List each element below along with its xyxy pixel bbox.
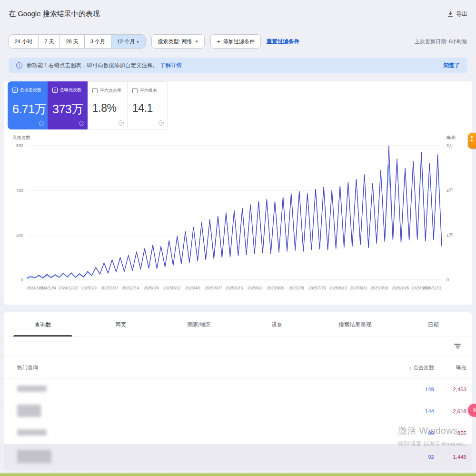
metric-checkbox[interactable]: [92, 88, 98, 93]
metric-value: 1.8%: [92, 102, 116, 115]
learn-more-link[interactable]: 了解详情: [160, 62, 182, 69]
x-tick-label: 2025/2/14: [122, 286, 139, 290]
table-row[interactable]: 921,445: [4, 444, 472, 470]
x-tick-label: 2025/4/9: [185, 286, 200, 290]
sort-desc-icon: ↓: [409, 365, 412, 370]
page-header: 在 Google 搜索结果中的表现 导出: [0, 0, 476, 26]
x-tick-label: 2025/6/2: [248, 286, 263, 290]
metric-checkbox[interactable]: [132, 88, 138, 93]
table-row[interactable]: 1492,453: [4, 378, 472, 400]
date-range-button-3[interactable]: 3 个月: [84, 34, 111, 49]
x-tick-label: 2025/5/15: [226, 286, 243, 290]
performance-chart[interactable]: 020040060001万2万3万点击次数曝光2024/11/162024/12…: [4, 129, 472, 303]
chevron-down-icon: ▼: [195, 40, 199, 44]
table-row[interactable]: 99855: [4, 422, 472, 444]
x-tick-label: 2025/6/20: [267, 286, 285, 290]
metric-value: 14.1: [132, 102, 153, 115]
last-updated-text: 上次更新日期: 6小时前: [415, 38, 467, 45]
tab-2[interactable]: 国家/地区: [160, 312, 238, 337]
help-icon[interactable]: ?: [79, 121, 84, 126]
add-filter-label: 添加过滤条件: [223, 38, 255, 45]
metric-label: 平均点击率: [100, 88, 121, 93]
plus-icon: +: [217, 38, 220, 45]
tab-3[interactable]: 设备: [238, 312, 316, 337]
row-impressions-value: 855: [434, 430, 466, 436]
performance-card: ✓总点击次数6.71万?✓总曝光次数373万?平均点击率1.8%?平均排名14.…: [4, 81, 472, 305]
redacted-query-text: [17, 386, 47, 392]
download-icon: [447, 11, 453, 17]
help-icon[interactable]: ?: [39, 121, 44, 126]
tab-4[interactable]: 搜索结果呈现: [316, 312, 394, 337]
y-right-tick-label: 3万: [446, 143, 453, 148]
chevron-down-icon: ▼: [135, 40, 139, 44]
x-tick-label: 2025/8/31: [350, 286, 367, 290]
banner-text: 新功能！右键点击图表，即可向数据添加自定义注释。: [27, 62, 158, 69]
date-range-button-0[interactable]: 24 小时: [9, 34, 38, 49]
x-tick-label: 2024/12/22: [59, 286, 78, 290]
x-tick-label: 2025/8/13: [329, 286, 347, 290]
y-left-tick-label: 200: [16, 233, 23, 238]
metric-label: 总点击次数: [20, 88, 41, 93]
redacted-query-text: [17, 429, 47, 436]
row-impressions-value: 2,453: [434, 387, 466, 392]
column-header-query[interactable]: 热门查询: [17, 364, 372, 371]
tab-5[interactable]: 日期: [394, 312, 472, 337]
table-toolbar: [4, 337, 472, 357]
search-type-dropdown[interactable]: 搜索类型: 网络 ▼: [151, 34, 205, 49]
metric-value: 373万: [52, 101, 83, 117]
date-range-segmented-control: 24 小时7 天28 天3 个月12 个月 ▼: [9, 34, 146, 49]
page-title: 在 Google 搜索结果中的表现: [9, 10, 100, 19]
reset-filters-link[interactable]: 重置过滤条件: [267, 38, 299, 45]
x-tick-label: 2025/1/27: [101, 286, 119, 290]
y-left-tick-label: 0: [21, 278, 23, 282]
help-icon[interactable]: ?: [159, 120, 164, 126]
metric-tile-1[interactable]: ✓总曝光次数373万?: [48, 81, 88, 129]
date-range-button-2[interactable]: 28 天: [60, 34, 84, 49]
metric-label: 平均排名: [140, 88, 157, 93]
column-header-impressions[interactable]: 曝光: [434, 364, 466, 371]
tab-0[interactable]: 查询数: [4, 312, 82, 337]
row-impressions-value: 1,445: [434, 454, 466, 460]
row-clicks-value: 144: [372, 408, 434, 414]
y-left-tick-label: 400: [16, 188, 23, 193]
row-clicks-value: 92: [372, 454, 434, 460]
x-tick-label: 2025/1/9: [81, 286, 97, 290]
x-tick-label: 2025/4/27: [205, 286, 222, 290]
date-range-button-1[interactable]: 7 天: [38, 34, 60, 49]
export-button[interactable]: 导出: [447, 10, 467, 18]
y-right-tick-label: 0: [446, 278, 449, 282]
row-clicks-value: 99: [372, 430, 434, 436]
help-icon[interactable]: ?: [119, 120, 124, 126]
series-line-曝光: [27, 146, 442, 278]
column-header-clicks[interactable]: ↓点击次数: [372, 364, 434, 371]
dimension-tabs: 查询数网页国家/地区设备搜索结果呈现日期: [4, 312, 472, 337]
floating-extension-badge-orange[interactable]: [468, 133, 476, 149]
add-filter-button[interactable]: + 添加过滤条件: [210, 34, 261, 49]
metric-checkbox[interactable]: ✓: [12, 88, 18, 93]
row-clicks-value: 149: [372, 387, 434, 392]
metric-checkbox[interactable]: ✓: [52, 88, 58, 93]
export-label: 导出: [456, 10, 467, 18]
series-line-点击次数: [27, 158, 442, 279]
search-type-label: 搜索类型: 网络: [158, 38, 192, 45]
y-left-axis-title: 点击次数: [12, 135, 31, 140]
metric-tile-0[interactable]: ✓总点击次数6.71万?: [8, 81, 48, 129]
y-left-tick-label: 600: [16, 143, 23, 148]
filter-icon[interactable]: [454, 344, 461, 349]
new-feature-banner: i 新功能！右键点击图表，即可向数据添加自定义注释。 了解详情 知道了: [9, 58, 467, 73]
tab-1[interactable]: 网页: [82, 312, 160, 337]
x-tick-label: 2025/11/11: [423, 286, 442, 290]
redacted-query-text: [17, 405, 41, 417]
table-row[interactable]: 1442,618: [4, 400, 472, 422]
table-header-row: 热门查询 ↓点击次数 曝光: [4, 357, 472, 378]
metric-value: 6.71万: [12, 101, 46, 117]
info-icon: i: [16, 62, 22, 69]
metric-label: 总曝光次数: [60, 88, 81, 93]
x-tick-label: 2025/3/4: [144, 286, 159, 290]
dimensions-table-card: 查询数网页国家/地区设备搜索结果呈现日期 热门查询 ↓点击次数 曝光 1492,…: [4, 312, 472, 470]
metric-tile-3[interactable]: 平均排名14.1?: [128, 81, 168, 129]
x-tick-label: 2025/10/6: [392, 286, 409, 290]
dismiss-banner-button[interactable]: 知道了: [444, 62, 460, 69]
date-range-button-4[interactable]: 12 个月 ▼: [111, 34, 146, 49]
metric-tile-2[interactable]: 平均点击率1.8%?: [88, 81, 128, 129]
